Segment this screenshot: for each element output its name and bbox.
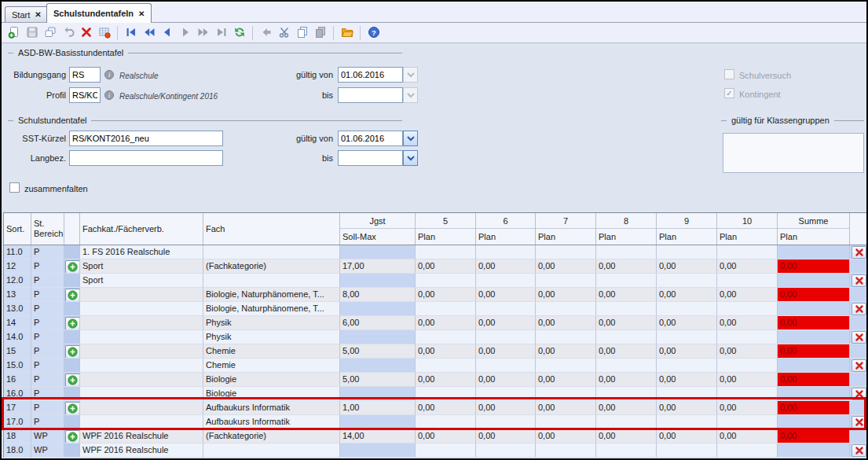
cell-summe[interactable] <box>778 387 850 401</box>
cell-plan-9[interactable] <box>657 359 717 373</box>
cell-plan-10[interactable]: 0,00 <box>717 401 778 415</box>
new-record-button[interactable] <box>5 24 22 41</box>
profil-field[interactable] <box>69 87 101 103</box>
cell-fach[interactable]: Biologie, Naturphänomene, T... <box>203 288 340 302</box>
cell-summe[interactable] <box>778 443 850 458</box>
cell-fach[interactable]: (Fachkategorie) <box>203 259 340 274</box>
cell-plan-5[interactable]: 0,00 <box>416 401 476 415</box>
cell-summe[interactable] <box>778 302 850 316</box>
cell-plan-5[interactable] <box>416 387 476 401</box>
add-subject-button[interactable] <box>65 317 80 330</box>
cell-st-bereich[interactable]: P <box>31 302 64 316</box>
cell-plan-5[interactable] <box>416 330 476 344</box>
cell-soll-max[interactable] <box>340 387 416 401</box>
cell-fach[interactable]: Physik <box>203 330 340 344</box>
cell-summe[interactable] <box>778 274 850 288</box>
cell-summe[interactable]: 0,00 <box>778 401 850 415</box>
cell-fach[interactable]: Chemie <box>203 359 340 373</box>
klassengruppen-listbox[interactable] <box>723 133 864 173</box>
cell-fach[interactable] <box>203 443 340 458</box>
cell-plan-9[interactable] <box>657 245 717 259</box>
cell-plan-7[interactable]: 0,00 <box>536 401 596 415</box>
cell-plan-7[interactable] <box>536 415 596 429</box>
cell-sort[interactable]: 11.0 <box>4 245 31 259</box>
cell-summe[interactable] <box>778 245 850 259</box>
close-icon[interactable]: ✕ <box>35 10 41 19</box>
cell-plan-8[interactable]: 0,00 <box>596 259 657 274</box>
cell-st-bereich[interactable]: P <box>31 387 64 401</box>
cell-summe[interactable]: 0,00 <box>778 288 850 302</box>
cell-plan-6[interactable]: 0,00 <box>476 373 536 387</box>
cell-plan-8[interactable] <box>596 330 657 344</box>
cell-plan-8[interactable]: 0,00 <box>596 288 657 302</box>
cell-sort[interactable]: 18 <box>4 429 31 443</box>
cell-sort[interactable]: 17.0 <box>4 415 31 429</box>
cell-fachkat[interactable] <box>80 302 203 316</box>
basis-gueltig-von-field[interactable] <box>338 67 403 83</box>
tab-start[interactable]: Start ✕ <box>5 6 49 22</box>
cell-plan-7[interactable]: 0,00 <box>536 288 596 302</box>
sst-gueltig-von-field[interactable] <box>338 131 403 146</box>
cell-plan-9[interactable]: 0,00 <box>657 401 717 415</box>
cell-sort[interactable]: 12 <box>4 259 31 274</box>
cell-st-bereich[interactable]: WP <box>31 443 64 458</box>
cell-soll-max[interactable] <box>340 443 416 458</box>
cell-sort[interactable]: 14 <box>4 316 31 330</box>
cell-soll-max[interactable]: 5,00 <box>340 344 416 359</box>
cell-plan-7[interactable] <box>536 274 596 288</box>
zusammenfalten-checkbox[interactable] <box>9 182 20 193</box>
cell-summe[interactable]: 0,00 <box>778 344 850 359</box>
cell-plan-5[interactable] <box>416 302 476 316</box>
add-subject-button[interactable] <box>65 345 80 359</box>
cell-soll-max[interactable]: 8,00 <box>340 288 416 302</box>
cell-plan-10[interactable]: 0,00 <box>717 259 778 274</box>
cell-soll-max[interactable] <box>340 302 416 316</box>
cell-fach[interactable]: Aufbaukurs Informatik <box>203 415 340 429</box>
cell-plan-5[interactable] <box>416 443 476 458</box>
delete-row-button[interactable] <box>852 246 866 259</box>
cell-plan-9[interactable]: 0,00 <box>657 429 717 443</box>
cell-plan-7[interactable] <box>536 387 596 401</box>
cell-plan-9[interactable]: 0,00 <box>657 288 717 302</box>
cell-summe[interactable] <box>778 415 850 429</box>
tab-schulstundentafeln[interactable]: Schulstundentafeln ✕ <box>46 3 152 23</box>
cell-plan-9[interactable] <box>657 302 717 316</box>
delete-row-button[interactable] <box>852 274 866 287</box>
cell-fachkat[interactable]: 1. FS 2016 Realschule <box>80 245 203 259</box>
cell-plan-6[interactable]: 0,00 <box>476 316 536 330</box>
cell-plan-8[interactable] <box>596 359 657 373</box>
delete-row-button[interactable] <box>852 303 866 315</box>
cell-plan-10[interactable] <box>717 330 778 344</box>
cell-fachkat[interactable] <box>80 288 203 302</box>
cell-plan-6[interactable] <box>476 330 536 344</box>
cell-plan-6[interactable]: 0,00 <box>476 429 536 443</box>
cell-plan-8[interactable] <box>596 245 657 259</box>
cell-plan-8[interactable] <box>596 415 657 429</box>
cell-soll-max[interactable] <box>340 359 416 373</box>
cell-plan-5[interactable] <box>416 245 476 259</box>
langbez-field[interactable] <box>69 150 223 166</box>
cell-fachkat[interactable] <box>80 415 203 429</box>
delete-row-button[interactable] <box>852 331 866 344</box>
cell-plan-10[interactable]: 0,00 <box>717 288 778 302</box>
chevron-down-icon[interactable] <box>403 150 418 166</box>
first-record-button[interactable] <box>123 24 139 41</box>
cell-fach[interactable]: Biologie <box>203 373 340 387</box>
cell-fach[interactable] <box>203 245 340 259</box>
cell-st-bereich[interactable]: P <box>31 274 64 288</box>
cell-st-bereich[interactable]: P <box>31 359 64 373</box>
cell-plan-10[interactable]: 0,00 <box>717 429 778 443</box>
cell-plan-7[interactable]: 0,00 <box>536 373 596 387</box>
delete-row-button[interactable] <box>852 359 866 372</box>
cell-plan-7[interactable]: 0,00 <box>536 259 596 274</box>
cell-plan-9[interactable] <box>657 443 717 458</box>
cell-plan-8[interactable] <box>596 443 657 458</box>
close-icon[interactable]: ✕ <box>138 9 145 18</box>
cell-st-bereich[interactable]: P <box>31 288 64 302</box>
add-subject-button[interactable] <box>65 402 80 415</box>
cell-summe[interactable]: 0,00 <box>778 429 850 443</box>
cell-plan-9[interactable] <box>657 387 717 401</box>
cell-fachkat[interactable] <box>80 373 203 387</box>
cell-plan-7[interactable] <box>536 245 596 259</box>
cell-fachkat[interactable] <box>80 401 203 415</box>
